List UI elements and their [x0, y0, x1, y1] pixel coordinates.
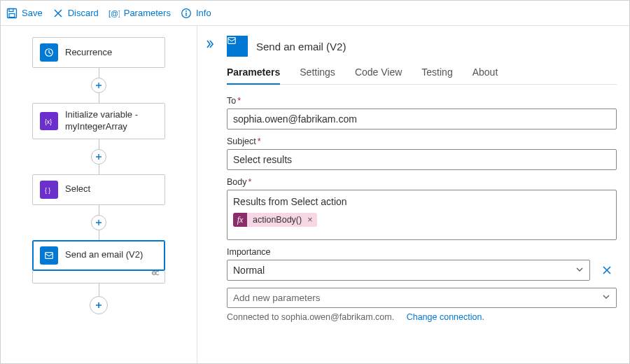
svg-rect-11: [228, 38, 236, 44]
change-connection-link[interactable]: Change connection.: [407, 312, 484, 322]
connector: [99, 164, 99, 174]
save-button[interactable]: Save: [6, 8, 43, 19]
tab-testing[interactable]: Testing: [421, 66, 452, 84]
info-icon: [181, 8, 192, 19]
step-label: Initialize variable - myIntegerArray: [65, 109, 158, 133]
add-parameters-label: Add new parameters: [233, 293, 321, 303]
step-initialize-variable[interactable]: {x} Initialize variable - myIntegerArray: [32, 103, 165, 139]
app-root: Save Discard [@] Parameters Info: [0, 0, 630, 364]
to-label: To*: [227, 96, 617, 106]
importance-value: Normal: [233, 265, 265, 276]
select-icon: { }: [40, 181, 58, 199]
add-parameters-select[interactable]: Add new parameters: [227, 288, 617, 308]
step-recurrence[interactable]: Recurrence: [32, 37, 165, 68]
panel-header: Send an email (V2): [227, 36, 617, 57]
svg-rect-10: [46, 252, 53, 258]
connector: [99, 205, 99, 215]
tab-settings[interactable]: Settings: [300, 66, 335, 84]
details-pane: Send an email (V2) Parameters Settings C…: [197, 26, 629, 363]
token-remove-button[interactable]: ×: [306, 215, 316, 225]
close-icon: [52, 8, 64, 19]
importance-label: Importance: [227, 247, 617, 257]
step-send-email[interactable]: Send an email (V2): [32, 240, 165, 271]
connector: [99, 139, 99, 149]
discard-button[interactable]: Discard: [52, 8, 99, 19]
token-text: actionBody(): [247, 215, 306, 225]
add-step-button[interactable]: [91, 215, 106, 230]
svg-text:{x}: {x}: [45, 118, 52, 125]
parameters-button[interactable]: [@] Parameters: [108, 8, 171, 19]
svg-text:[@]: [@]: [108, 9, 120, 18]
svg-rect-6: [186, 13, 186, 16]
step-label: Recurrence: [65, 47, 112, 59]
parameters-icon: [@]: [108, 8, 120, 19]
svg-text:{ }: { }: [45, 186, 50, 193]
body-editor[interactable]: Results from Select action fx actionBody…: [227, 190, 617, 240]
discard-label: Discard: [68, 8, 99, 18]
outlook-icon: [227, 36, 248, 57]
fx-icon: fx: [233, 213, 247, 227]
step-select[interactable]: { } Select: [32, 174, 165, 205]
expression-token[interactable]: fx actionBody() ×: [233, 213, 317, 227]
subject-input[interactable]: [227, 149, 617, 170]
save-icon: [6, 8, 18, 19]
to-input[interactable]: [227, 108, 617, 130]
step-label: Select: [65, 183, 90, 195]
add-step-button[interactable]: [91, 149, 106, 164]
parameters-label: Parameters: [124, 8, 171, 18]
connector: [99, 230, 99, 240]
clear-importance-button[interactable]: [597, 260, 617, 280]
tab-parameters[interactable]: Parameters: [227, 66, 280, 85]
chevron-double-right-icon: [204, 38, 216, 50]
chevron-down-icon: [602, 293, 610, 303]
step-label: Send an email (V2): [65, 249, 143, 261]
command-bar: Save Discard [@] Parameters Info: [1, 1, 629, 26]
subject-label: Subject*: [227, 136, 617, 146]
variable-icon: {x}: [40, 112, 58, 130]
connection-icon: [149, 268, 159, 279]
panel-title: Send an email (V2): [256, 41, 346, 52]
info-button[interactable]: Info: [181, 8, 211, 19]
add-step-button[interactable]: [90, 296, 108, 314]
chevron-down-icon: [575, 265, 584, 276]
connector: [99, 284, 99, 296]
info-label: Info: [196, 8, 211, 18]
clock-icon: [40, 43, 58, 62]
collapse-panel-button[interactable]: [197, 26, 223, 363]
svg-rect-2: [9, 13, 15, 17]
workspace: Recurrence {x} Initialize variable - myI…: [1, 26, 629, 363]
importance-select[interactable]: Normal: [227, 260, 590, 281]
save-label: Save: [22, 8, 43, 18]
panel-tabs: Parameters Settings Code View Testing Ab…: [227, 66, 617, 85]
add-step-button[interactable]: [91, 78, 106, 93]
connector: [99, 93, 99, 103]
connector: [99, 68, 99, 78]
connection-status: Connected to sophia.owen@fabrikam.com. C…: [227, 312, 617, 322]
connection-text: Connected to sophia.owen@fabrikam.com.: [227, 312, 394, 322]
flow-designer: Recurrence {x} Initialize variable - myI…: [1, 26, 197, 363]
body-label: Body*: [227, 177, 617, 187]
svg-point-5: [186, 10, 187, 12]
step-send-email-footer[interactable]: [32, 271, 165, 284]
tab-about[interactable]: About: [472, 66, 498, 84]
tab-code-view[interactable]: Code View: [355, 66, 402, 84]
action-panel: Send an email (V2) Parameters Settings C…: [223, 26, 629, 363]
outlook-icon: [40, 246, 58, 265]
body-text: Results from Select action: [233, 196, 610, 207]
